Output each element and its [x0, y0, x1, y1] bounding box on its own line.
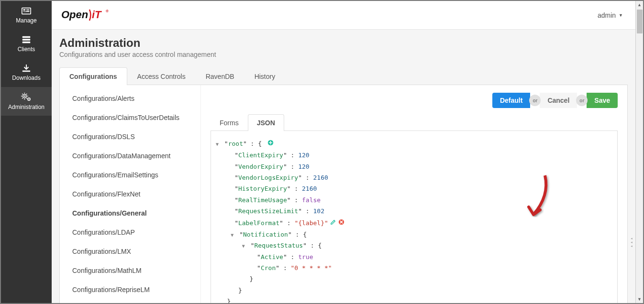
config-item-flexnet[interactable]: Configurations/FlexNet [60, 185, 200, 204]
json-close: } [216, 285, 612, 296]
resize-handle-icon[interactable]: ◄◄◄ [628, 235, 635, 250]
svg-rect-1 [23, 9, 26, 11]
content: Administration Configurations and user a… [52, 30, 635, 303]
page-title: Administration [59, 36, 628, 50]
sidebar-item-clients[interactable]: Clients [1, 30, 52, 58]
svg-rect-7 [22, 42, 31, 43]
cancel-button[interactable]: Cancel [540, 93, 577, 108]
json-field[interactable]: "HistoryExpiry" : 2160 [216, 183, 612, 194]
config-item-ldap[interactable]: Configurations/LDAP [60, 223, 200, 242]
save-button[interactable]: Save [587, 93, 618, 108]
svg-text:Open: Open [61, 9, 88, 21]
svg-rect-5 [22, 36, 31, 38]
collapse-icon[interactable]: ▼ [242, 242, 247, 250]
sidebar-label: Downloads [12, 75, 40, 81]
config-item-claims[interactable]: Configurations/ClaimsToUserDetails [60, 108, 200, 127]
caret-down-icon: ▼ [619, 13, 623, 18]
json-field[interactable]: "RequestSizeLimit" : 102 [216, 206, 612, 217]
svg-rect-3 [26, 11, 29, 11]
or-separator: or [529, 95, 541, 106]
svg-rect-6 [22, 39, 31, 41]
config-list: Configurations/Alerts Configurations/Cla… [60, 85, 201, 303]
server-icon [21, 35, 32, 44]
json-tree: ▼ "root" : { "ClientExpiry" : 120 "Vendo… [211, 131, 618, 303]
json-close: } [216, 296, 612, 303]
add-icon[interactable] [267, 140, 274, 147]
scroll-up-icon[interactable]: ▲ [636, 1, 644, 9]
editor-tabs: Forms JSON [211, 114, 618, 131]
json-root-line[interactable]: ▼ "root" : { [216, 138, 612, 150]
page-subtitle: Configurations and user access control m… [59, 51, 628, 58]
tab-history[interactable]: History [244, 67, 286, 85]
sidebar-item-administration[interactable]: Administration [1, 87, 52, 116]
sub-tab-json[interactable]: JSON [248, 114, 284, 131]
json-field[interactable]: "Cron" : "0 * * * *" [216, 262, 612, 273]
logo: Open iT ® [61, 8, 116, 23]
json-requeststatus-line[interactable]: ▼ "RequestStatus" : { [216, 240, 612, 251]
json-field[interactable]: "ClientExpiry" : 120 [216, 150, 612, 161]
config-item-alerts[interactable]: Configurations/Alerts [60, 89, 200, 108]
openit-logo-icon: Open iT ® [61, 8, 116, 23]
gears-icon [21, 92, 32, 102]
sidebar-item-downloads[interactable]: Downloads [1, 58, 52, 87]
config-item-mathlm[interactable]: Configurations/MathLM [60, 261, 200, 280]
sub-tab-forms[interactable]: Forms [211, 114, 248, 131]
sidebar-item-manage[interactable]: Manage [1, 1, 52, 30]
svg-text:iT: iT [92, 9, 102, 21]
json-close: } [216, 273, 612, 284]
svg-rect-4 [23, 11, 30, 12]
vertical-scrollbar[interactable]: ▲ ▼ [635, 1, 643, 303]
collapse-icon[interactable]: ▼ [231, 231, 235, 239]
json-field[interactable]: "RealTimeUsage" : false [216, 195, 612, 206]
svg-point-12 [29, 99, 30, 100]
svg-text:®: ® [106, 9, 109, 13]
header: Open iT ® admin ▼ [52, 1, 635, 30]
svg-rect-8 [22, 71, 30, 72]
collapse-icon[interactable]: ▼ [216, 140, 221, 149]
tab-access-controls[interactable]: Access Controls [127, 67, 196, 85]
config-panel: Configurations/Alerts Configurations/Cla… [59, 85, 628, 303]
user-label: admin [598, 11, 616, 19]
scroll-down-icon[interactable]: ▼ [636, 295, 644, 303]
svg-point-10 [24, 96, 25, 97]
config-item-reprise[interactable]: Configurations/RepriseLM [60, 280, 200, 299]
dashboard-icon [21, 7, 32, 15]
json-field[interactable]: "VendorExpiry" : 120 [216, 161, 612, 172]
user-menu[interactable]: admin ▼ [598, 11, 626, 19]
svg-rect-2 [26, 9, 29, 10]
json-field[interactable]: "Active" : true [216, 251, 612, 262]
actions-bar: Default or Cancel or Save [211, 93, 618, 108]
main-area: Open iT ® admin ▼ Administration Configu… [52, 1, 635, 303]
sidebar-label: Manage [16, 17, 36, 24]
config-item-dsls[interactable]: Configurations/DSLS [60, 127, 200, 146]
config-item-email[interactable]: Configurations/EmailSettings [60, 165, 200, 185]
config-item-datamgmt[interactable]: Configurations/DataManagement [60, 146, 200, 165]
sidebar: Manage Clients Downloads Administration [1, 1, 52, 303]
json-notification-line[interactable]: ▼ "Notification" : { [216, 229, 612, 240]
sidebar-label: Administration [8, 104, 44, 110]
tab-configurations[interactable]: Configurations [59, 67, 127, 85]
download-icon [21, 64, 32, 73]
config-item-lmx[interactable]: Configurations/LMX [60, 242, 200, 261]
config-item-general[interactable]: Configurations/General [60, 204, 200, 223]
config-item-splm[interactable]: Configurations/SPLM [60, 299, 200, 303]
or-separator: or [576, 95, 588, 106]
json-field[interactable]: "VendorLogsExpiry" : 2160 [216, 172, 612, 183]
scroll-thumb[interactable] [637, 10, 643, 33]
delete-icon[interactable] [338, 219, 344, 227]
default-button[interactable]: Default [492, 93, 530, 108]
sidebar-label: Clients [18, 46, 35, 53]
json-field-labelformat[interactable]: "LabelFormat" : "{label}" [216, 217, 612, 229]
tab-ravendb[interactable]: RavenDB [196, 67, 244, 85]
config-editor: Default or Cancel or Save Forms JSON ▼ "… [201, 85, 627, 303]
main-tabs: Configurations Access Controls RavenDB H… [59, 67, 628, 85]
edit-icon[interactable] [330, 219, 336, 227]
